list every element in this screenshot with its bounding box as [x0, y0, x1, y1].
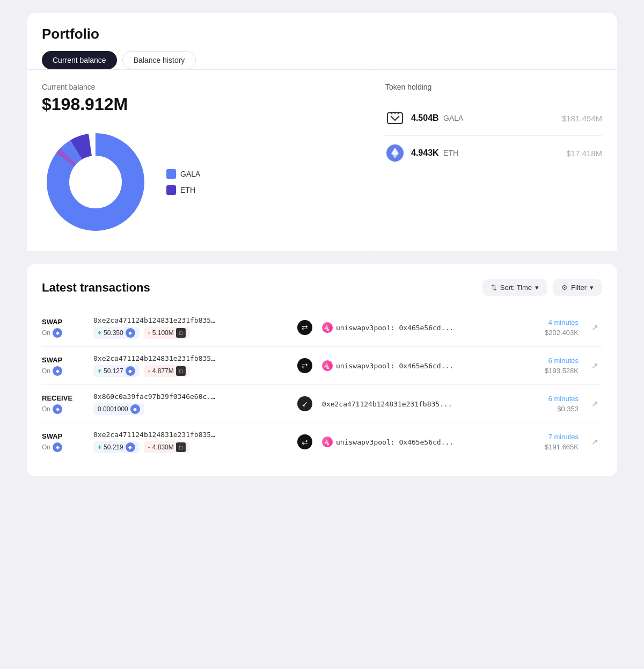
tx-on-label-3: On	[42, 443, 50, 451]
tx-in-amount-3: 50.219	[104, 443, 123, 451]
tx-badge-in-2: 0.0001000 ◆	[93, 403, 144, 415]
legend-gala-dot	[166, 169, 176, 179]
balance-left: Current balance $198.912M	[27, 70, 370, 251]
legend-eth-dot	[166, 185, 176, 195]
sort-button[interactable]: ⇅ Sort: Time ▾	[482, 279, 547, 296]
tx-in-amount-0: 50.350	[104, 329, 123, 337]
tx-link-col-1[interactable]: ↗	[587, 361, 602, 370]
tx-hash-col-1: 0xe2ca471124b124831e231fb835... + 50.127…	[93, 354, 288, 377]
balance-label: Current balance	[42, 83, 355, 91]
tx-hash-0: 0xe2ca471124b124831e231fb835...	[93, 316, 217, 324]
external-link-icon-2[interactable]: ↗	[591, 399, 598, 409]
tx-type-col-2: RECEIVE On ◆	[42, 394, 85, 414]
tx-out-icon-0: ◻	[176, 328, 186, 338]
legend-gala: GALA	[166, 169, 200, 179]
chart-legend: GALA ETH	[166, 169, 200, 195]
legend-eth: ETH	[166, 185, 200, 195]
tx-to-addr-1: 🦄 uniswapv3pool: 0x465e56cd...	[322, 360, 516, 371]
legend-gala-label: GALA	[180, 170, 200, 178]
balance-right: Token holding	[370, 70, 617, 251]
tx-type-3: SWAP	[42, 432, 85, 440]
tx-hash-col-0: 0xe2ca471124b124831e231fb835... + 50.350…	[93, 316, 288, 339]
tx-badge-in-3: + 50.219 ◆	[93, 441, 140, 453]
tx-out-amount-0: 5.100M	[152, 329, 174, 337]
tx-to-label-3: uniswapv3pool: 0x465e56cd...	[336, 438, 453, 446]
svg-point-3	[70, 156, 121, 208]
tx-time-col-3: 7 minutes $191.665K	[525, 433, 579, 451]
uniswap-icon-0: 🦄	[322, 322, 333, 333]
tx-on-3: On ◆	[42, 442, 85, 452]
tx-network-icon-1: ◆	[53, 366, 62, 376]
tx-in-icon-1: ◆	[126, 366, 135, 376]
gala-value: $181.494M	[562, 114, 602, 123]
tab-balance-history[interactable]: Balance history	[122, 51, 196, 69]
tx-time-col-0: 4 minutes $202.403K	[525, 318, 579, 337]
tx-out-amount-3: 4.830M	[152, 443, 174, 451]
tx-network-icon-0: ◆	[53, 328, 62, 338]
gala-amount: 4.504B	[411, 113, 439, 122]
gala-symbol: GALA	[443, 114, 463, 122]
filter-icon: ⚙	[561, 283, 568, 292]
tx-to-col-2: 0xe2ca471124b124831e231fb835...	[322, 400, 516, 408]
tx-badge-out-3: - 4.830M ◻	[144, 441, 190, 453]
tx-to-col-1: 🦄 uniswapv3pool: 0x465e56cd...	[322, 360, 516, 371]
tx-arrow-col-0: ⇄	[296, 320, 313, 335]
portfolio-title: Portfolio	[42, 26, 602, 42]
tx-time-1: 6 minutes	[525, 357, 579, 365]
tx-type-col-1: SWAP On ◆	[42, 356, 85, 376]
tx-link-col-0[interactable]: ↗	[587, 323, 602, 332]
tx-hash-1: 0xe2ca471124b124831e231fb835...	[93, 354, 217, 362]
tab-bar: Current balance Balance history	[42, 51, 602, 69]
tx-tokens-3: + 50.219 ◆ - 4.830M ◻	[93, 441, 288, 453]
svg-rect-4	[387, 113, 402, 123]
external-link-icon-0[interactable]: ↗	[591, 323, 598, 332]
tx-type-1: SWAP	[42, 356, 85, 364]
tx-in-amount-2: 0.0001000	[98, 405, 128, 413]
tx-badge-in-1: + 50.127 ◆	[93, 365, 140, 377]
filter-chevron-icon: ▾	[590, 283, 594, 292]
tx-out-icon-1: ◻	[176, 366, 186, 376]
external-link-icon-1[interactable]: ↗	[591, 361, 598, 370]
tx-to-addr-3: 🦄 uniswapv3pool: 0x465e56cd...	[322, 437, 516, 447]
external-link-icon-3[interactable]: ↗	[591, 437, 598, 447]
tx-arrow-col-1: ⇄	[296, 358, 313, 373]
eth-amount: 4.943K	[411, 148, 439, 157]
tx-link-col-3[interactable]: ↗	[587, 437, 602, 447]
section-gap	[27, 251, 617, 264]
chart-area: GALA ETH	[42, 124, 355, 236]
tx-on-0: On ◆	[42, 328, 85, 338]
tx-hash-3: 0xe2ca471124b124831e231fb835...	[93, 431, 217, 439]
tx-to-label-1: uniswapv3pool: 0x465e56cd...	[336, 362, 453, 370]
tab-current-balance[interactable]: Current balance	[42, 51, 117, 69]
tx-tokens-2: 0.0001000 ◆	[93, 403, 288, 415]
tx-time-col-2: 6 minutes $0.353	[525, 395, 579, 413]
header-actions: ⇅ Sort: Time ▾ ⚙ Filter ▾	[482, 279, 602, 296]
gala-icon	[385, 108, 405, 128]
tx-on-label-1: On	[42, 367, 50, 375]
tx-link-col-2[interactable]: ↗	[587, 399, 602, 409]
tx-value-0: $202.403K	[525, 329, 579, 337]
tx-in-icon-0: ◆	[126, 328, 135, 338]
tx-type-col-3: SWAP On ◆	[42, 432, 85, 452]
legend-eth-label: ETH	[180, 186, 195, 194]
sort-chevron-icon: ▾	[535, 283, 539, 292]
tx-type-0: SWAP	[42, 318, 85, 326]
tx-time-col-1: 6 minutes $193.528K	[525, 357, 579, 375]
tx-out-icon-3: ◻	[176, 442, 186, 452]
portfolio-card: Portfolio Current balance Balance histor…	[27, 13, 617, 251]
tx-in-icon-3: ◆	[126, 442, 135, 452]
minus-sign-0: -	[148, 329, 150, 337]
token-row-gala: 4.504B GALA $181.494M	[385, 101, 602, 136]
portfolio-header: Portfolio Current balance Balance histor…	[27, 13, 617, 70]
plus-sign-1: +	[98, 367, 101, 375]
tx-to-label-0: uniswapv3pool: 0x465e56cd...	[336, 324, 453, 332]
plus-sign-3: +	[98, 443, 101, 451]
tx-to-col-0: 🦄 uniswapv3pool: 0x465e56cd...	[322, 322, 516, 333]
tx-value-3: $191.665K	[525, 443, 579, 451]
tx-badge-out-0: - 5.100M ◻	[144, 327, 190, 339]
eth-value: $17.418M	[566, 149, 602, 158]
tx-arrow-col-2: ↙	[296, 396, 313, 411]
filter-button[interactable]: ⚙ Filter ▾	[553, 279, 602, 296]
tx-row-3: SWAP On ◆ 0xe2ca471124b124831e231fb835..…	[42, 423, 602, 461]
tx-network-icon-3: ◆	[53, 442, 62, 452]
